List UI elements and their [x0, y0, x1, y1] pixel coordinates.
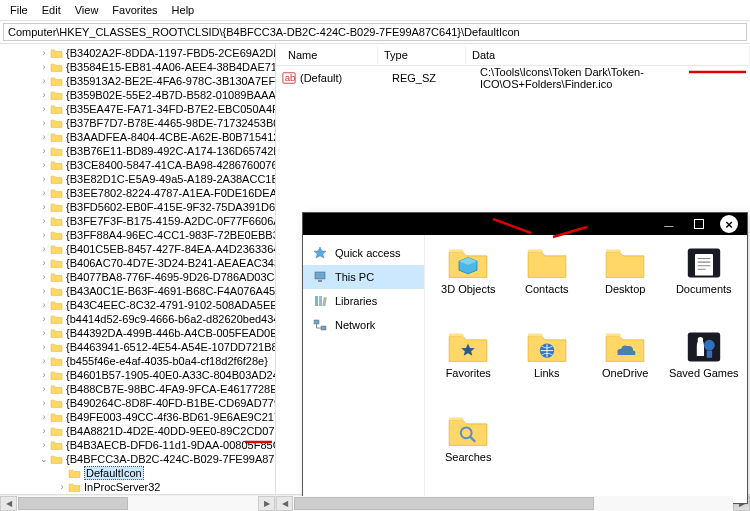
expand-icon[interactable]: ›: [38, 174, 50, 184]
expand-icon[interactable]: ›: [38, 370, 50, 380]
item-searches[interactable]: Searches: [432, 413, 504, 493]
item-links[interactable]: Links: [511, 329, 583, 409]
item-contacts[interactable]: Contacts: [511, 245, 583, 325]
values-list[interactable]: (Default) REG_SZ C:\Tools\Icons\Token Da…: [276, 66, 750, 90]
expand-icon[interactable]: ›: [38, 146, 50, 156]
tree-row-selected[interactable]: DefaultIcon: [4, 466, 275, 480]
expand-icon[interactable]: ›: [38, 314, 50, 324]
values-scroll-left[interactable]: ◀: [276, 496, 293, 511]
registry-tree[interactable]: ›{B3402A2F-8DDA-1197-FBD5-2CE69A2DEFC1}›…: [0, 44, 276, 494]
close-button[interactable]: ×: [715, 213, 743, 235]
expand-icon[interactable]: ›: [38, 188, 50, 198]
expand-icon[interactable]: ›: [38, 384, 50, 394]
nav-this-pc[interactable]: This PC: [303, 265, 424, 289]
expand-icon[interactable]: ›: [38, 118, 50, 128]
expand-icon[interactable]: ›: [38, 300, 50, 310]
menu-favorites[interactable]: Favorites: [106, 2, 163, 18]
expand-icon[interactable]: ›: [38, 440, 50, 450]
tree-row[interactable]: ›{b455f46e-e4af-4035-b0a4-cf18d2f6f28e}: [4, 354, 275, 368]
item-documents[interactable]: Documents: [668, 245, 740, 325]
item-saved-games[interactable]: Saved Games: [668, 329, 740, 409]
tree-row[interactable]: ›{B35EA47E-FA71-34FD-B7E2-EBC050A4FB5A}: [4, 102, 275, 116]
expand-icon[interactable]: ›: [38, 272, 50, 282]
expand-icon[interactable]: ›: [38, 132, 50, 142]
values-scroll-track[interactable]: [293, 496, 733, 511]
expand-icon[interactable]: ›: [38, 90, 50, 100]
tree-row[interactable]: ›{B4A8821D-4D2E-40DD-9EE0-89C2CD07BF5E}: [4, 424, 275, 438]
expand-icon[interactable]: ›: [38, 160, 50, 170]
item-desktop[interactable]: Desktop: [589, 245, 661, 325]
expand-icon[interactable]: ⌄: [38, 454, 50, 464]
tree-row[interactable]: ›{B3E82D1C-E5A9-49a5-A189-2A38ACC1B2D7}: [4, 172, 275, 186]
tree-row[interactable]: ›{B3CE8400-5847-41CA-BA98-42867600769B}: [4, 158, 275, 172]
tree-row[interactable]: ›InProcServer32: [4, 480, 275, 494]
tree-row[interactable]: ›{B3B76E11-BD89-492C-A174-136D65742E96}: [4, 144, 275, 158]
minimize-button[interactable]: _: [655, 213, 683, 235]
tree-row[interactable]: ›{B406AC70-4D7E-3D24-B241-AEAEAC343BD9}: [4, 256, 275, 270]
tree-row[interactable]: ›{B401C5EB-8457-427F-84EA-A4D2363364B0}: [4, 242, 275, 256]
tree-row[interactable]: ›{B488CB7E-98BC-4FA9-9FCA-E4617728EFDCE}: [4, 382, 275, 396]
expand-icon[interactable]: ›: [38, 398, 50, 408]
values-scroll-thumb[interactable]: [294, 497, 594, 510]
tree-row[interactable]: ›{B4077BA8-776F-4695-9D26-D786AD03C4364}: [4, 270, 275, 284]
tree-row[interactable]: ›{B3584E15-EB81-4A06-AEE4-38B4DAE71CAA}: [4, 60, 275, 74]
expand-icon[interactable]: ›: [38, 230, 50, 240]
expand-icon[interactable]: ›: [38, 328, 50, 338]
expand-icon[interactable]: ›: [38, 356, 50, 366]
item-favorites[interactable]: Favorites: [432, 329, 504, 409]
col-type[interactable]: Type: [378, 46, 466, 64]
tree-row[interactable]: ›{B3EE7802-8224-4787-A1EA-F0DE16DEABD3}: [4, 186, 275, 200]
tree-scroll-track[interactable]: [17, 496, 258, 511]
menu-view[interactable]: View: [69, 2, 105, 18]
explorer-items[interactable]: 3D ObjectsContactsDesktopDocumentsFavori…: [425, 235, 747, 503]
tree-row[interactable]: ›{B3AADFEA-8404-4CBE-A62E-B0B715412C9E}: [4, 130, 275, 144]
expand-icon[interactable]: ›: [38, 62, 50, 72]
expand-icon[interactable]: ›: [38, 202, 50, 212]
item-onedrive[interactable]: OneDrive: [589, 329, 661, 409]
tree-row[interactable]: ⌄{B4BFCC3A-DB2C-424C-B029-7FE99A87C641}: [4, 452, 275, 466]
tree-row[interactable]: ›{B49FE003-49CC-4f36-BD61-9E6AE9C2175C}: [4, 410, 275, 424]
maximize-button[interactable]: [685, 213, 713, 235]
expand-icon[interactable]: ›: [38, 426, 50, 436]
tree-row[interactable]: ›{B3FF88A4-96EC-4CC1-983F-72BE0EBB368B}: [4, 228, 275, 242]
expand-icon[interactable]: ›: [38, 412, 50, 422]
nav-libraries[interactable]: Libraries: [303, 289, 424, 313]
expand-icon[interactable]: ›: [38, 76, 50, 86]
tree-scroll-right[interactable]: ▶: [258, 496, 275, 511]
explorer-window[interactable]: _ × Quick accessThis PCLibrariesNetwork …: [302, 212, 748, 504]
tree-row[interactable]: ›{B4B3AECB-DFD6-11d1-9DAA-00805F85CFE3}: [4, 438, 275, 452]
value-row[interactable]: (Default) REG_SZ C:\Tools\Icons\Token Da…: [282, 69, 744, 87]
menu-edit[interactable]: Edit: [36, 2, 67, 18]
col-data[interactable]: Data: [466, 46, 750, 64]
item-3d-objects[interactable]: 3D Objects: [432, 245, 504, 325]
expand-icon[interactable]: ›: [38, 244, 50, 254]
expand-icon[interactable]: ›: [38, 258, 50, 268]
tree-row[interactable]: ›{B44392DA-499B-446b-A4CB-005FEAD0E6D5}: [4, 326, 275, 340]
explorer-titlebar[interactable]: _ ×: [303, 213, 747, 235]
tree-row[interactable]: ›{B43C4EEC-8C32-4791-9102-508ADA5EE8E7}: [4, 298, 275, 312]
nav-quick-access[interactable]: Quick access: [303, 241, 424, 265]
tree-row[interactable]: ›{B3402A2F-8DDA-1197-FBD5-2CE69A2DEFC1}: [4, 46, 275, 60]
tree-row[interactable]: ›{B359B02E-55E2-4B7D-B582-01089BAAA6AE}: [4, 88, 275, 102]
tree-row[interactable]: ›{B4601B57-1905-40E0-A33C-804B03AD24F2E}: [4, 368, 275, 382]
col-name[interactable]: Name: [282, 46, 378, 64]
tree-row[interactable]: ›{B490264C-8D8F-40FD-B1BE-CD69AD779EC1}: [4, 396, 275, 410]
tree-scroll-thumb[interactable]: [18, 497, 128, 510]
expand-icon[interactable]: ›: [38, 342, 50, 352]
nav-network[interactable]: Network: [303, 313, 424, 337]
expand-icon[interactable]: ›: [38, 286, 50, 296]
tree-row[interactable]: ›{B37BF7D7-B78E-4465-98DE-71732453B03D}: [4, 116, 275, 130]
tree-scroll-left[interactable]: ◀: [0, 496, 17, 511]
tree-row[interactable]: ›{B3FD5602-EB0F-415E-9F32-75DA391D6BF9}: [4, 200, 275, 214]
explorer-nav[interactable]: Quick accessThis PCLibrariesNetwork: [303, 235, 425, 503]
tree-row[interactable]: ›{b4414d52-69c9-4666-b6a2-d82620bed434}: [4, 312, 275, 326]
tree-row[interactable]: ›{B3FE7F3F-B175-4159-A2DC-0F77F6606A878}: [4, 214, 275, 228]
expand-icon[interactable]: ›: [56, 482, 68, 492]
expand-icon[interactable]: ›: [38, 104, 50, 114]
tree-row[interactable]: ›{B43A0C1E-B63F-4691-B68C-F4A076A45DA1}: [4, 284, 275, 298]
tree-row[interactable]: ›{B4463941-6512-4E54-A54E-107DD721B8A1}: [4, 340, 275, 354]
menu-file[interactable]: File: [4, 2, 34, 18]
tree-row[interactable]: ›{B35913A2-BE2E-4FA6-978C-3B130A7EFB98}: [4, 74, 275, 88]
address-input[interactable]: [3, 23, 747, 41]
expand-icon[interactable]: ›: [38, 48, 50, 58]
